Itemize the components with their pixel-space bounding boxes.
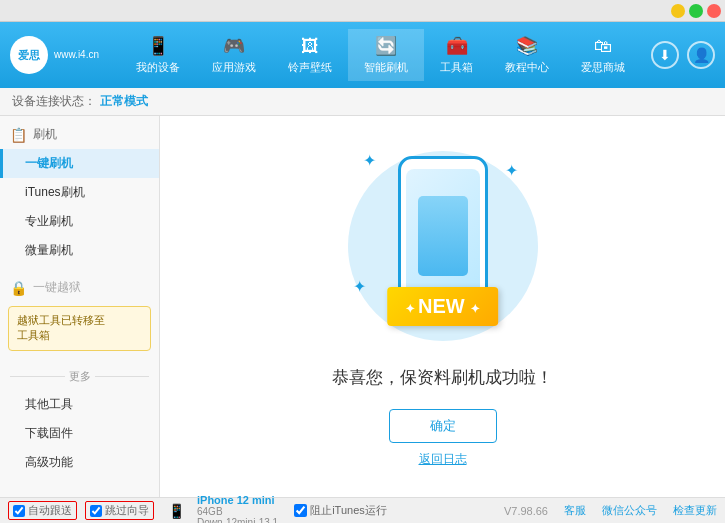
sidebar-flash-title: 刷机: [33, 126, 57, 143]
nav-bar: 📱 我的设备 🎮 应用游戏 🖼 铃声壁纸 🔄 智能刷机 🧰 工具箱 📚 教程中心…: [110, 29, 651, 81]
close-button[interactable]: [707, 4, 721, 18]
skip-guide-checkbox[interactable]: 跳过向导: [85, 501, 154, 520]
device-storage: 64GB: [197, 506, 278, 517]
device-icon: 📱: [168, 503, 185, 519]
download-button[interactable]: ⬇: [651, 41, 679, 69]
bottom-bar: 自动跟送 跳过向导 📱 iPhone 12 mini 64GB Down-12m…: [0, 497, 725, 523]
nav-wallpaper[interactable]: 🖼 铃声壁纸: [272, 29, 348, 81]
sparkle-1: ✦: [363, 151, 376, 170]
phone-screen: [406, 169, 480, 303]
sidebar-item-micro-flash[interactable]: 微量刷机: [0, 236, 159, 265]
nav-toolbox-label: 工具箱: [440, 60, 473, 75]
sidebar-jailbreak-section: 🔒 一键越狱 越狱工具已转移至工具箱: [0, 269, 159, 359]
sidebar-item-itunes-flash[interactable]: iTunes刷机: [0, 178, 159, 207]
sidebar-item-advanced[interactable]: 高级功能: [0, 448, 159, 477]
nav-my-device-label: 我的设备: [136, 60, 180, 75]
nav-my-device[interactable]: 📱 我的设备: [120, 29, 196, 81]
version-label: V7.98.66: [504, 505, 548, 517]
sidebar-flash-header: 📋 刷机: [0, 120, 159, 149]
user-button[interactable]: 👤: [687, 41, 715, 69]
retry-link[interactable]: 返回日志: [419, 451, 467, 468]
customer-service-link[interactable]: 客服: [564, 503, 586, 518]
logo-circle: 爱思: [10, 36, 48, 74]
device-name: iPhone 12 mini: [197, 494, 278, 506]
device-firmware: Down-12mini-13.1: [197, 517, 278, 524]
sidebar-jailbreak-header: 🔒 一键越狱: [0, 273, 159, 302]
auto-follow-label: 自动跟送: [28, 503, 72, 518]
minimize-button[interactable]: [671, 4, 685, 18]
header: 爱思 www.i4.cn 📱 我的设备 🎮 应用游戏 🖼 铃声壁纸 🔄 智能刷机…: [0, 22, 725, 88]
logo-subtext: www.i4.cn: [54, 48, 99, 62]
bottom-right: V7.98.66 客服 微信公众号 检查更新: [504, 503, 717, 518]
sidebar-more-divider: 更多: [0, 363, 159, 390]
nav-wallpaper-label: 铃声壁纸: [288, 60, 332, 75]
bottom-left: 自动跟送 跳过向导 📱 iPhone 12 mini 64GB Down-12m…: [8, 494, 504, 524]
phone-screen-inner: [418, 196, 468, 276]
status-label: 设备连接状态：: [12, 93, 96, 110]
sidebar-item-other-tools[interactable]: 其他工具: [0, 390, 159, 419]
sidebar-item-one-click-flash[interactable]: 一键刷机: [0, 149, 159, 178]
sidebar-more-section: 更多 其他工具 下载固件 高级功能: [0, 359, 159, 481]
nav-store-label: 爱思商城: [581, 60, 625, 75]
tutorials-icon: 📚: [516, 35, 538, 57]
sidebar-item-pro-flash[interactable]: 专业刷机: [0, 207, 159, 236]
itunes-stop[interactable]: 阻止iTunes运行: [294, 503, 387, 518]
check-update-link[interactable]: 检查更新: [673, 503, 717, 518]
itunes-stop-checkbox[interactable]: [294, 504, 307, 517]
itunes-stop-label: 阻止iTunes运行: [310, 503, 387, 518]
title-bar: [0, 0, 725, 22]
sidebar: 📋 刷机 一键刷机 iTunes刷机 专业刷机 微量刷机 🔒 一键越狱 越狱工: [0, 116, 160, 497]
status-bar: 设备连接状态： 正常模式: [0, 88, 725, 116]
confirm-button[interactable]: 确定: [389, 409, 497, 443]
sparkle-3: ✦: [353, 277, 366, 296]
logo-text: 爱思: [18, 48, 40, 63]
content-area: ✦ ✦ ✦ NEW 恭喜您，保资料刷机成功啦！ 确定 返回日志: [160, 116, 725, 497]
sidebar-jailbreak-title: 一键越狱: [33, 279, 81, 296]
nav-smart-flash-label: 智能刷机: [364, 60, 408, 75]
store-icon: 🛍: [594, 36, 612, 57]
skip-guide-input[interactable]: [90, 505, 102, 517]
nav-store[interactable]: 🛍 爱思商城: [565, 29, 641, 81]
main-layout: 📋 刷机 一键刷机 iTunes刷机 专业刷机 微量刷机 🔒 一键越狱 越狱工: [0, 116, 725, 497]
nav-right-buttons: ⬇ 👤: [651, 41, 715, 69]
logo: 爱思 www.i4.cn: [10, 36, 110, 74]
wechat-link[interactable]: 微信公众号: [602, 503, 657, 518]
success-message: 恭喜您，保资料刷机成功啦！: [332, 366, 553, 389]
sidebar-jailbreak-notice: 越狱工具已转移至工具箱: [8, 306, 151, 351]
maximize-button[interactable]: [689, 4, 703, 18]
nav-apps[interactable]: 🎮 应用游戏: [196, 29, 272, 81]
device-info: iPhone 12 mini 64GB Down-12mini-13.1: [197, 494, 278, 524]
nav-tutorials-label: 教程中心: [505, 60, 549, 75]
new-badge: NEW: [387, 287, 499, 326]
nav-toolbox[interactable]: 🧰 工具箱: [424, 29, 489, 81]
jailbreak-icon: 🔒: [10, 280, 27, 296]
nav-apps-label: 应用游戏: [212, 60, 256, 75]
toolbox-icon: 🧰: [446, 35, 468, 57]
auto-follow-checkbox[interactable]: 自动跟送: [8, 501, 77, 520]
nav-smart-flash[interactable]: 🔄 智能刷机: [348, 29, 424, 81]
auto-follow-input[interactable]: [13, 505, 25, 517]
skip-guide-label: 跳过向导: [105, 503, 149, 518]
flash-section-icon: 📋: [10, 127, 27, 143]
apps-icon: 🎮: [223, 35, 245, 57]
status-value: 正常模式: [100, 93, 148, 110]
nav-tutorials[interactable]: 📚 教程中心: [489, 29, 565, 81]
my-device-icon: 📱: [147, 35, 169, 57]
sidebar-flash-section: 📋 刷机 一键刷机 iTunes刷机 专业刷机 微量刷机: [0, 116, 159, 269]
success-illustration: ✦ ✦ ✦ NEW: [343, 146, 543, 346]
smart-flash-icon: 🔄: [375, 35, 397, 57]
sparkle-2: ✦: [505, 161, 518, 180]
wallpaper-icon: 🖼: [301, 36, 319, 57]
sidebar-item-download-fw[interactable]: 下载固件: [0, 419, 159, 448]
